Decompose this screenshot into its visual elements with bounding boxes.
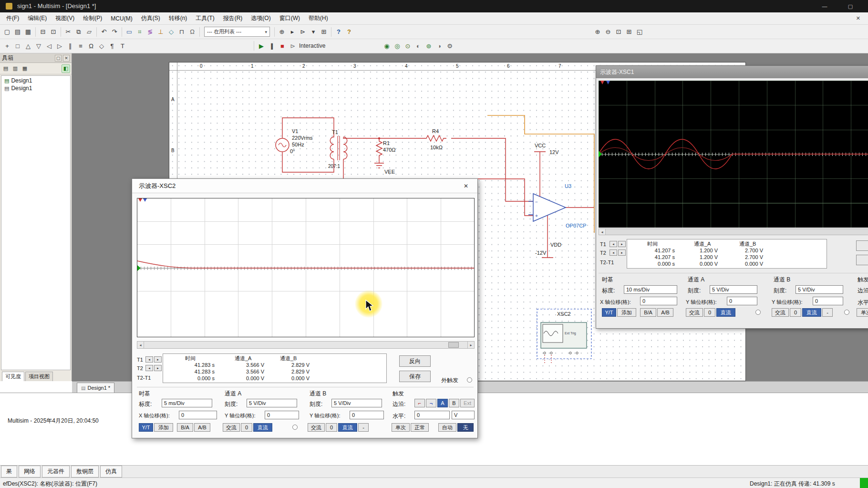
xsc2-none-button[interactable]: 无 — [457, 423, 474, 432]
mdi-close-icon[interactable]: ✕ — [856, 15, 860, 21]
xsc2-save-button[interactable]: 保存 — [399, 371, 431, 382]
run-simulation-button[interactable]: ▶ — [256, 41, 267, 51]
xsc2-yt-button[interactable]: Y/T — [139, 423, 153, 432]
xsc2-timebase-scale-input[interactable]: 5 ms/Div — [162, 399, 212, 407]
pause-simulation-button[interactable]: ∥ — [267, 41, 277, 51]
xsc2-ext-trigger-radio[interactable] — [467, 377, 472, 383]
zoom-fit-button[interactable]: ⊞ — [624, 26, 634, 37]
xsc2-timebase-pos-input[interactable]: 0 — [179, 411, 217, 419]
xsc2-cursor-t1[interactable] — [138, 198, 142, 202]
xsc1-timebase-scale-input[interactable]: 10 ms/Div — [624, 285, 677, 294]
zoom-out-button[interactable]: ⊖ — [603, 26, 613, 37]
xsc1-chb-minus-button[interactable]: - — [822, 308, 833, 317]
pan-tool-button[interactable]: + — [2, 41, 12, 52]
copy-button[interactable]: ⧉ — [73, 27, 84, 37]
xsc2-trigger-b-button[interactable]: B — [449, 399, 459, 407]
xsc2-scrollbar[interactable]: ◂ ▸ — [137, 341, 475, 349]
place-wire-button[interactable]: ⌗ — [134, 27, 145, 37]
xsc1-cha-radio[interactable] — [755, 310, 761, 315]
xsc2-chb-ac-button[interactable]: 交流 — [308, 423, 325, 432]
redo-button[interactable]: ↷ — [109, 27, 120, 37]
show-grapher-button[interactable]: ⊓ — [176, 27, 187, 37]
xsc1-chb-radio[interactable] — [844, 310, 849, 315]
instrument-button-5[interactable]: ⊚ — [424, 41, 434, 51]
toolbox-header[interactable]: 具箱 ▢ ✕ — [0, 53, 72, 63]
place-component-button[interactable]: ▭ — [124, 27, 134, 37]
xsc2-ab-button[interactable]: A/B — [194, 423, 210, 432]
xsc2-trigger-unit-select[interactable]: V — [452, 411, 475, 419]
xsc1-scrollbar[interactable]: ◂ — [599, 228, 868, 235]
place-junction-button[interactable]: ⊥ — [155, 27, 166, 37]
xsc2-chb-scale-input[interactable]: 5 V/Div — [331, 399, 382, 407]
xsc2-add-button[interactable]: 添加 — [154, 423, 173, 432]
results-tab-nets[interactable]: 网络 — [19, 466, 41, 478]
instrument-button-1[interactable]: ◉ — [382, 41, 392, 51]
postprocessor-button[interactable]: ⊞ — [319, 27, 329, 37]
tree-item-design1-sheet[interactable]: ▤ Design1 — [1, 84, 70, 92]
xsc1-t2-right-button[interactable]: ▸ — [618, 249, 626, 256]
zoom-fullscreen-button[interactable]: ◱ — [634, 26, 645, 37]
instrument-button-3[interactable]: ⊙ — [403, 41, 413, 51]
xsc1-t2-left-button[interactable]: ◂ — [610, 249, 617, 256]
cut-button[interactable]: ✂ — [63, 27, 73, 37]
xsc2-single-button[interactable]: 单次 — [392, 423, 410, 432]
results-tab-simulation[interactable]: 仿真 — [100, 466, 122, 478]
xsc1-chb-gnd-button[interactable]: 0 — [790, 308, 801, 317]
xsc2-normal-button[interactable]: 正常 — [411, 423, 429, 432]
sheet-tab-design1[interactable]: ▤ Design1 * — [77, 383, 114, 393]
net-color-button[interactable]: Ω — [86, 41, 96, 52]
flip-horizontal-button[interactable]: ◁ — [44, 41, 54, 52]
xsc2-t1-right-button[interactable]: ▸ — [154, 356, 162, 363]
xsc2-cursor-t2[interactable] — [143, 198, 147, 202]
simulate-switch-button[interactable]: ⊕ — [277, 27, 287, 37]
xsc2-cha-gnd-button[interactable]: 0 — [241, 423, 252, 432]
xsc2-t2-right-button[interactable]: ▸ — [154, 365, 162, 371]
xsc1-save-button-partial[interactable] — [856, 255, 868, 265]
xsc2-auto-button[interactable]: 自动 — [438, 423, 456, 432]
menu-window[interactable]: 窗口(W) — [275, 12, 304, 24]
results-tab-components[interactable]: 元器件 — [42, 466, 70, 478]
new-button[interactable]: ▢ — [2, 27, 12, 37]
xsc2-close-button[interactable]: ✕ — [461, 182, 471, 190]
instrument-button-6[interactable]: ◑ — [434, 41, 444, 51]
minimize-button[interactable]: — — [816, 1, 833, 11]
menu-mcu[interactable]: MCU(M) — [106, 13, 136, 24]
menu-view[interactable]: 视图(V) — [51, 12, 79, 24]
print-button[interactable]: ⊟ — [38, 27, 48, 37]
xsc2-titlebar[interactable]: 示波器-XSC2 ✕ — [132, 179, 477, 193]
xsc1-reverse-button-partial[interactable] — [856, 240, 868, 251]
maximize-button[interactable]: ▢ — [842, 1, 858, 11]
xsc2-chb-pos-input[interactable]: 0 — [350, 411, 384, 419]
xsc1-cha-gnd-button[interactable]: 0 — [704, 308, 715, 317]
xsc2-trigger-ext-button[interactable]: Ext — [460, 399, 475, 407]
xsc2-chb-dc-button[interactable]: 直流 — [338, 423, 357, 432]
toolbox-close-button[interactable]: ✕ — [63, 55, 70, 62]
scroll-left-icon[interactable]: ◂ — [599, 229, 606, 235]
xsc1-single-button[interactable]: 单次 — [857, 308, 868, 317]
toolbox-active-variant-button[interactable]: ◧ — [62, 64, 70, 73]
instrument-button-4[interactable]: ◐ — [413, 41, 424, 51]
xsc1-add-button[interactable]: 添加 — [617, 308, 636, 317]
place-text-button[interactable]: ◇ — [166, 27, 176, 37]
xsc2-chb-gnd-button[interactable]: 0 — [326, 423, 337, 432]
scroll-left-icon[interactable]: ◂ — [137, 342, 144, 348]
xsc1-timebase-pos-input[interactable]: 0 — [640, 297, 677, 305]
xsc2-graph[interactable] — [137, 198, 475, 337]
text-tool-button[interactable]: ≡ — [75, 41, 86, 52]
preferences-gear-button[interactable]: ⚙ — [444, 41, 455, 51]
open-button[interactable]: ▤ — [12, 27, 23, 37]
xsc2-trigger-level-input[interactable]: 0 — [414, 411, 450, 419]
results-tab-copper-layers[interactable]: 敷铜层 — [71, 466, 99, 478]
menu-transfer[interactable]: 转移(n) — [165, 12, 192, 24]
xsc2-edge-falling-button[interactable]: ¬ — [426, 399, 436, 407]
menu-file[interactable]: 件(F) — [2, 12, 23, 24]
rotate-cw-button[interactable]: △ — [23, 41, 33, 52]
xsc1-cursor-t1[interactable] — [600, 81, 604, 84]
toolbox-tab-visibility[interactable]: 可见度 — [2, 372, 24, 381]
xsc2-chb-minus-button[interactable]: - — [358, 423, 369, 432]
xsc2-cha-dc-button[interactable]: 直流 — [253, 423, 272, 432]
in-use-list-dropdown[interactable]: --- 在用列表 --- ▾ — [204, 27, 270, 37]
place-bus-button[interactable]: ≶ — [145, 27, 155, 37]
xsc2-channel-marker[interactable] — [137, 265, 141, 271]
instrument-button-2[interactable]: ◎ — [392, 41, 403, 51]
